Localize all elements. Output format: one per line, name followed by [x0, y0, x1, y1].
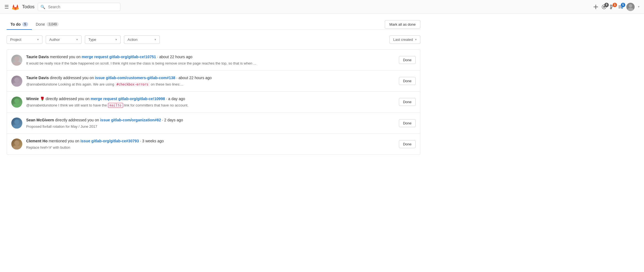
search-input[interactable] — [38, 3, 120, 11]
todo-item: Winnie 🌹 directly addressed you on merge… — [7, 92, 420, 113]
gitlab-logo — [12, 3, 19, 11]
mailto-tag: mailto — [108, 103, 123, 108]
top-navbar: ☰ Todos 🔍 9 1 5 — [0, 0, 644, 14]
todo-action-text: mentioned you on — [48, 139, 80, 143]
action-filter[interactable]: Action ▾ — [124, 35, 160, 44]
todo-actor: Sean McGivern — [26, 118, 54, 122]
done-button[interactable]: Done — [399, 140, 416, 148]
todo-title: Taurie Davis directly addressed you on i… — [26, 75, 395, 81]
tab-done-count: 3,049 — [47, 22, 59, 26]
navbar-left: ☰ Todos — [4, 3, 34, 11]
todo-description: @annabeldunstone Looking at this again. … — [26, 82, 395, 87]
svg-point-14 — [14, 119, 19, 124]
tab-todo-count: 5 — [22, 22, 28, 26]
navbar-right: 9 1 5 ▾ — [593, 3, 640, 11]
todos-badge: 5 — [621, 3, 625, 7]
author-filter-chevron: ▾ — [76, 38, 78, 41]
todo-body: Taurie Davis mentioned you on merge requ… — [26, 54, 395, 66]
todo-time: · 2 days ago — [161, 118, 183, 122]
svg-point-2 — [610, 5, 612, 6]
todo-body: Taurie Davis directly addressed you on i… — [26, 75, 395, 87]
todo-title: Sean McGivern directly addressed you on … — [26, 117, 395, 123]
author-filter[interactable]: Author ▾ — [46, 35, 82, 44]
create-new-button[interactable] — [593, 4, 598, 9]
navbar-title: Todos — [22, 4, 34, 10]
todo-list: Taurie Davis mentioned you on merge requ… — [7, 49, 420, 155]
todo-time: · a day ago — [165, 97, 185, 101]
svg-point-8 — [14, 57, 19, 62]
todo-body: Sean McGivern directly addressed you on … — [26, 117, 395, 129]
todo-item: Taurie Davis mentioned you on merge requ… — [7, 50, 420, 71]
todo-body: Clement Ho mentioned you on issue gitlab… — [26, 138, 395, 150]
type-filter-chevron: ▾ — [115, 38, 117, 41]
search-wrapper: 🔍 — [38, 3, 120, 11]
svg-point-10 — [14, 78, 19, 82]
code-tag: #checkbox-errors — [115, 82, 150, 87]
todo-link[interactable]: issue gitlab-com/customers-gitlab-com#13… — [95, 76, 175, 80]
svg-point-11 — [12, 82, 21, 87]
todo-link[interactable]: merge request gitlab-org/gitlab-ce!10998 — [91, 97, 165, 101]
todo-link[interactable]: issue gitlab-org/gitlab-ce#30793 — [80, 139, 139, 143]
avatar — [11, 118, 22, 129]
done-button[interactable]: Done — [399, 56, 416, 64]
todo-title: Winnie 🌹 directly addressed you on merge… — [26, 96, 395, 102]
project-filter-chevron: ▾ — [37, 38, 39, 41]
merges-button[interactable]: 1 — [610, 4, 615, 9]
svg-point-17 — [12, 145, 21, 150]
svg-point-7 — [627, 8, 634, 11]
page-content: To do 5 Done 3,049 Mark all as done Proj… — [0, 14, 427, 160]
filters-row: Project ▾ Author ▾ Type ▾ Action ▾ Last … — [7, 35, 420, 44]
todo-title: Clement Ho mentioned you on issue gitlab… — [26, 138, 395, 144]
sort-label: Last created — [393, 38, 413, 42]
todos-button[interactable]: 5 — [618, 4, 623, 9]
todo-item: Taurie Davis directly addressed you on i… — [7, 71, 420, 92]
project-filter-label: Project — [10, 38, 21, 42]
todo-body: Winnie 🌹 directly addressed you on merge… — [26, 96, 395, 108]
project-filter[interactable]: Project ▾ — [7, 35, 42, 44]
todo-action-text: mentioned you on — [49, 55, 82, 59]
tab-todo[interactable]: To do 5 — [7, 19, 32, 30]
todo-action-text: directly addressed you on — [54, 118, 100, 122]
todo-item: Sean McGivern directly addressed you on … — [7, 113, 420, 134]
todo-link[interactable]: issue gitlab-com/organization#82 — [100, 118, 161, 122]
tab-todo-label: To do — [10, 22, 21, 26]
done-button[interactable]: Done — [399, 98, 416, 106]
hamburger-icon[interactable]: ☰ — [4, 4, 9, 10]
tabs-bar: To do 5 Done 3,049 Mark all as done — [7, 19, 420, 30]
search-icon: 🔍 — [40, 5, 45, 9]
todo-actor: Winnie 🌹 — [26, 97, 45, 101]
svg-point-6 — [629, 4, 632, 7]
todo-time: · about 22 hours ago — [156, 55, 192, 59]
issues-badge: 9 — [604, 3, 609, 7]
tab-done-label: Done — [36, 22, 45, 26]
type-filter-label: Type — [88, 38, 96, 42]
todo-title: Taurie Davis mentioned you on merge requ… — [26, 54, 395, 60]
todo-description: @annabeldunstone I think we still want t… — [26, 103, 395, 108]
avatar — [11, 97, 22, 108]
mark-all-done-button[interactable]: Mark all as done — [385, 20, 420, 29]
author-filter-label: Author — [49, 38, 60, 42]
sort-select[interactable]: Last created ▾ — [389, 35, 420, 44]
todo-actor: Taurie Davis — [26, 76, 49, 80]
user-menu-chevron[interactable]: ▾ — [638, 5, 640, 9]
done-button[interactable]: Done — [399, 77, 416, 85]
action-filter-chevron: ▾ — [155, 38, 156, 41]
action-filter-label: Action — [128, 38, 137, 42]
svg-point-13 — [12, 103, 21, 108]
svg-point-15 — [12, 124, 21, 129]
todo-link[interactable]: merge request gitlab-org/gitlab-ce!10751 — [82, 55, 156, 59]
type-filter[interactable]: Type ▾ — [85, 35, 121, 44]
issues-button[interactable]: 9 — [602, 4, 607, 9]
svg-point-16 — [14, 140, 19, 145]
todo-actor: Taurie Davis — [26, 55, 49, 59]
svg-point-9 — [12, 62, 21, 66]
todo-item: Clement Ho mentioned you on issue gitlab… — [7, 134, 420, 154]
tab-done[interactable]: Done 3,049 — [32, 19, 63, 30]
user-avatar-nav[interactable] — [626, 3, 635, 11]
todo-action-text: directly addressed you on — [49, 76, 95, 80]
svg-point-12 — [14, 98, 19, 103]
todo-description: Replace href='#' with button — [26, 145, 395, 150]
done-button[interactable]: Done — [399, 119, 416, 127]
todo-action-text: directly addressed you on — [45, 97, 91, 101]
todo-actor: Clement Ho — [26, 139, 48, 143]
